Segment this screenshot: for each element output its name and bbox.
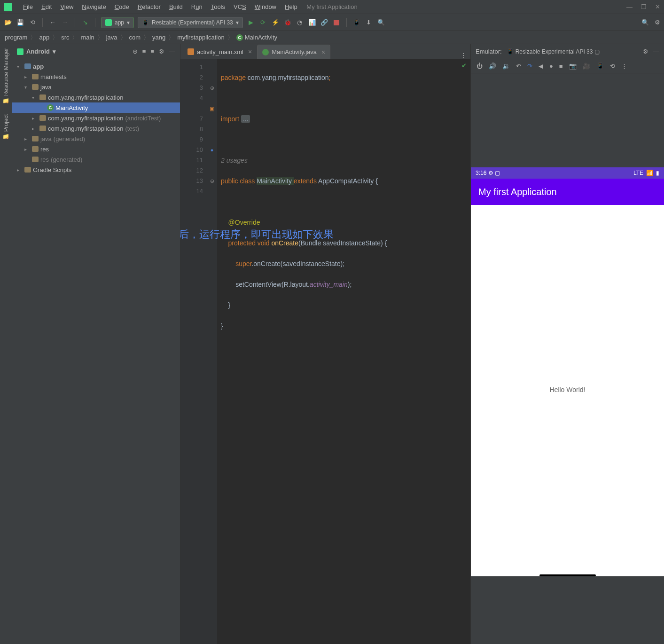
tab-mainactivity[interactable]: MainActivity.java × bbox=[257, 45, 330, 59]
run-icon[interactable]: ▶ bbox=[247, 18, 255, 27]
menu-refactor[interactable]: Refactor bbox=[133, 3, 165, 10]
line-gutter: 1 2 3 4 7 8 9 10 11 12 13 14 bbox=[180, 59, 207, 644]
tree-node[interactable]: ▸ res bbox=[12, 144, 180, 154]
menu-edit[interactable]: Edit bbox=[37, 3, 56, 10]
open-icon[interactable]: 📂 bbox=[4, 18, 12, 27]
menu-navigate[interactable]: Navigate bbox=[78, 3, 110, 10]
more-icon[interactable]: ⋮ bbox=[621, 63, 627, 70]
menu-code[interactable]: Code bbox=[110, 3, 133, 10]
volume-down-icon[interactable]: 🔉 bbox=[502, 63, 510, 70]
run-config-combo[interactable]: app ▾ bbox=[101, 17, 134, 28]
tree-node[interactable]: ▸ com.yang.myfirstapplication (androidTe… bbox=[12, 113, 180, 123]
inspection-ok-icon[interactable]: ✔ bbox=[461, 62, 467, 69]
code-editor[interactable]: 1 2 3 4 7 8 9 10 11 12 13 14 ⊕ ▣ ● ⊖ bbox=[180, 59, 470, 644]
chevron-down-icon: ▾ bbox=[127, 19, 130, 26]
hide-icon[interactable]: — bbox=[169, 48, 175, 55]
tabs-more-icon[interactable]: ⋮ bbox=[461, 52, 467, 59]
power-icon[interactable]: ⏻ bbox=[477, 63, 483, 70]
tree-node[interactable]: ▾ app bbox=[12, 61, 180, 71]
chevron-down-icon[interactable]: ▾ bbox=[53, 48, 56, 55]
apply-changes-icon[interactable]: ⟳ bbox=[259, 18, 267, 27]
home-icon[interactable]: ● bbox=[549, 63, 553, 70]
editor-tabs: activity_main.xml × MainActivity.java × … bbox=[180, 44, 470, 59]
menu-file[interactable]: File bbox=[19, 3, 37, 10]
emulator-screen[interactable]: 3:16 ⚙ ▢ LTE📶▮ My first Application Hell… bbox=[471, 167, 664, 576]
crumb[interactable]: src bbox=[61, 34, 69, 41]
menu-vcs[interactable]: VCS bbox=[229, 3, 250, 10]
gear-icon[interactable]: ⚙ bbox=[159, 48, 164, 55]
crumb[interactable]: program bbox=[5, 34, 27, 41]
tab-activity-main[interactable]: activity_main.xml × bbox=[182, 45, 257, 59]
resource-manager-tab[interactable]: 📁Resource Manager bbox=[3, 48, 9, 105]
crumb[interactable]: main bbox=[81, 34, 94, 41]
main-toolbar: 📂 💾 ⟲ ← → ↘ app ▾ 📱 Resizable (Experimen… bbox=[0, 14, 664, 31]
sdk-icon[interactable]: ⬇ bbox=[365, 18, 373, 27]
close-tab-icon[interactable]: × bbox=[248, 48, 252, 55]
hide-icon[interactable]: — bbox=[653, 48, 659, 55]
app-logo-icon bbox=[4, 3, 12, 11]
menu-run[interactable]: Run bbox=[187, 3, 207, 10]
debug-icon[interactable]: 🐞 bbox=[283, 18, 292, 27]
gear-icon: ⚙ bbox=[488, 170, 493, 176]
phone-status-bar: 3:16 ⚙ ▢ LTE📶▮ bbox=[471, 167, 664, 179]
collapse-icon[interactable]: ≡ bbox=[150, 48, 154, 55]
fold-icon[interactable]: 📱 bbox=[596, 63, 604, 70]
crumb[interactable]: CMainActivity bbox=[236, 34, 277, 41]
emulator-device-combo[interactable]: 📱 Resizable Experimental API 33 ▢ bbox=[507, 48, 600, 55]
project-tree[interactable]: ▾ app▸ manifests▾ java▾ com.yang.myfirst… bbox=[12, 59, 180, 177]
expand-icon[interactable]: ≡ bbox=[142, 48, 146, 55]
sync-icon[interactable]: ⟲ bbox=[28, 18, 37, 27]
tree-node[interactable]: ▾ java bbox=[12, 82, 180, 92]
menu-view[interactable]: View bbox=[56, 3, 78, 10]
target-icon[interactable]: ⊕ bbox=[133, 48, 138, 55]
close-icon[interactable]: ✕ bbox=[655, 3, 660, 10]
search-icon[interactable]: 🔍 bbox=[641, 19, 649, 26]
back-icon[interactable]: ← bbox=[48, 18, 57, 27]
menu-window[interactable]: Window bbox=[250, 3, 281, 10]
attach-icon[interactable]: 🔗 bbox=[320, 18, 328, 27]
tree-node[interactable]: res (generated) bbox=[12, 154, 180, 165]
tree-node[interactable]: ▸ manifests bbox=[12, 71, 180, 82]
stop-icon[interactable] bbox=[332, 18, 341, 27]
tree-node[interactable]: ▸ com.yang.myfirstapplication (test) bbox=[12, 123, 180, 134]
save-icon[interactable]: 💾 bbox=[16, 18, 24, 27]
gear-icon[interactable]: ⚙ bbox=[643, 48, 648, 55]
menu-build[interactable]: Build bbox=[165, 3, 187, 10]
project-tab[interactable]: 📁Project bbox=[3, 114, 9, 141]
crumb[interactable]: java bbox=[106, 34, 117, 41]
tree-node[interactable]: ▾ com.yang.myfirstapplication bbox=[12, 92, 180, 102]
forward-icon[interactable]: → bbox=[61, 18, 69, 27]
tree-node[interactable]: ▸ Gradle Scripts bbox=[12, 165, 180, 175]
minimize-icon[interactable]: — bbox=[626, 3, 633, 10]
view-mode[interactable]: Android bbox=[26, 48, 50, 55]
apply-code-icon[interactable]: ⚡ bbox=[271, 18, 280, 27]
tree-node[interactable]: ▸ java (generated) bbox=[12, 134, 180, 144]
overview-icon[interactable]: ■ bbox=[559, 63, 563, 70]
menu-help[interactable]: Help bbox=[281, 3, 302, 10]
snapshot-icon[interactable]: ⟲ bbox=[610, 63, 615, 70]
device-combo[interactable]: 📱 Resizable (Experimental) API 33 ▾ bbox=[138, 17, 243, 28]
tree-node[interactable]: C MainActivity bbox=[12, 102, 180, 113]
phone-app-bar: My first Application bbox=[471, 179, 664, 205]
profile-icon[interactable]: 📊 bbox=[308, 18, 316, 27]
rotate-right-icon[interactable]: ↷ bbox=[527, 63, 532, 70]
rotate-left-icon[interactable]: ↶ bbox=[516, 63, 521, 70]
crumb[interactable]: yang bbox=[152, 34, 165, 41]
close-tab-icon[interactable]: × bbox=[321, 48, 325, 56]
volume-up-icon[interactable]: 🔊 bbox=[489, 63, 496, 70]
make-icon[interactable]: ↘ bbox=[81, 18, 89, 27]
gutter-icons: ⊕ ▣ ● ⊖ bbox=[207, 59, 217, 644]
record-icon[interactable]: 🎥 bbox=[583, 63, 590, 70]
layout-inspector-icon[interactable]: 🔍 bbox=[377, 18, 385, 27]
settings-icon[interactable]: ⚙ bbox=[655, 19, 660, 26]
phone-content: Hello World! bbox=[471, 205, 664, 574]
screenshot-icon[interactable]: 📷 bbox=[569, 63, 577, 70]
avd-icon[interactable]: 📱 bbox=[352, 18, 361, 27]
crumb[interactable]: com bbox=[129, 34, 141, 41]
crumb[interactable]: app bbox=[39, 34, 49, 41]
menu-tools[interactable]: Tools bbox=[207, 3, 229, 10]
back-icon[interactable]: ◀ bbox=[539, 63, 543, 70]
maximize-icon[interactable]: ❐ bbox=[641, 3, 647, 10]
crumb[interactable]: myfirstapplication bbox=[177, 34, 224, 41]
coverage-icon[interactable]: ◔ bbox=[296, 18, 304, 27]
